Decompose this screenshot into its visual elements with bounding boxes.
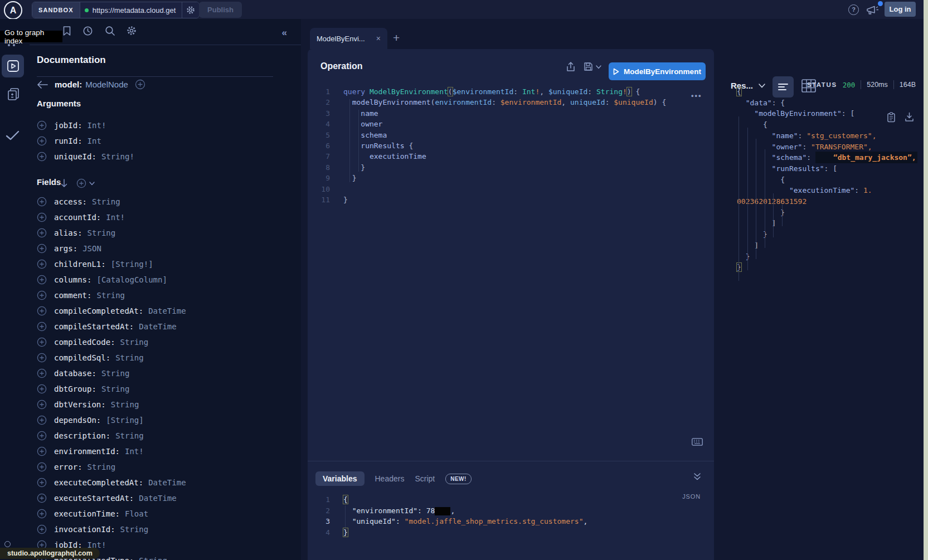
- add-argument-icon[interactable]: [37, 120, 47, 130]
- argument-type[interactable]: String!: [101, 152, 134, 161]
- sidebar-item-explorer[interactable]: [2, 55, 24, 77]
- add-tab-button[interactable]: +: [393, 31, 400, 45]
- sidebar-item-checks[interactable]: [6, 130, 20, 141]
- field-type[interactable]: String: [120, 525, 149, 534]
- field-type[interactable]: String: [101, 369, 130, 378]
- add-field-icon[interactable]: [37, 368, 47, 378]
- add-field-icon[interactable]: [37, 446, 47, 456]
- field-type[interactable]: Int!: [125, 447, 144, 456]
- field-type[interactable]: Int!: [106, 213, 125, 222]
- argument-type[interactable]: Int!: [88, 121, 106, 130]
- endpoint-settings-button[interactable]: [182, 2, 199, 18]
- field-name: dbtVersion: [54, 400, 106, 409]
- editor-overflow-menu[interactable]: •••: [691, 91, 702, 100]
- add-field-icon[interactable]: [37, 275, 47, 285]
- search-icon[interactable]: [105, 26, 115, 36]
- field-name: error: [54, 462, 82, 471]
- keyboard-shortcuts-icon[interactable]: [692, 438, 703, 446]
- add-field-icon[interactable]: [37, 478, 47, 488]
- add-field-icon[interactable]: [37, 415, 47, 425]
- play-icon: [613, 68, 619, 75]
- add-field-icon[interactable]: [37, 493, 47, 503]
- run-operation-button[interactable]: ModelByEnvironment: [609, 62, 706, 80]
- add-field-icon[interactable]: [37, 244, 47, 254]
- add-field-icon[interactable]: [135, 79, 145, 90]
- field-type[interactable]: DateTime: [148, 478, 186, 487]
- megaphone-icon: [866, 4, 879, 16]
- field-type[interactable]: String: [120, 338, 149, 347]
- add-field-icon[interactable]: [37, 524, 47, 534]
- operation-tab[interactable]: ModelByEnvi... ×: [310, 28, 387, 49]
- add-field-icon[interactable]: [37, 322, 47, 332]
- sidebar-item-schema[interactable]: [7, 87, 21, 101]
- add-field-icon[interactable]: [37, 462, 47, 472]
- field-type[interactable]: [String!]: [111, 260, 153, 269]
- history-icon[interactable]: [82, 26, 93, 36]
- save-icon[interactable]: [584, 62, 593, 71]
- tab-script[interactable]: Script: [415, 474, 435, 483]
- publish-button[interactable]: Publish: [199, 2, 242, 18]
- partial-bottom-icon[interactable]: [4, 541, 11, 547]
- field-type[interactable]: [String]: [106, 416, 143, 425]
- collapse-panel-icon[interactable]: «: [282, 27, 286, 38]
- add-field-icon[interactable]: [37, 228, 47, 238]
- add-field-icon[interactable]: [37, 353, 47, 363]
- doc-field-name: model:: [55, 80, 82, 89]
- share-icon[interactable]: [566, 62, 575, 72]
- field-type[interactable]: [CatalogColumn]: [96, 275, 167, 284]
- sort-arrow-icon[interactable]: [61, 179, 67, 188]
- field-type[interactable]: String: [115, 431, 144, 440]
- field-type[interactable]: JSON: [82, 244, 101, 253]
- tab-headers[interactable]: Headers: [375, 474, 405, 483]
- field-type[interactable]: String: [139, 556, 167, 560]
- add-field-icon[interactable]: [37, 384, 47, 394]
- add-all-fields-button[interactable]: [76, 178, 95, 188]
- field-type[interactable]: DateTime: [148, 306, 186, 315]
- variables-editor[interactable]: 1{2 "environmentId": 78,3 "uniqueId": "m…: [308, 494, 587, 538]
- add-argument-icon[interactable]: [37, 152, 47, 162]
- response-json-view[interactable]: { "data": { "modelByEnvironment": [ { "n…: [737, 86, 917, 273]
- field-name: executeCompletedAt: [54, 478, 143, 487]
- add-field-icon[interactable]: [37, 290, 47, 300]
- field-type[interactable]: String: [88, 462, 116, 471]
- add-field-icon[interactable]: [37, 212, 47, 222]
- argument-type[interactable]: Int: [88, 137, 101, 145]
- help-button[interactable]: ?: [848, 4, 859, 15]
- add-field-icon[interactable]: [37, 400, 47, 410]
- announcements-button[interactable]: [866, 4, 879, 16]
- field-type[interactable]: String: [115, 353, 144, 362]
- add-field-icon[interactable]: [37, 197, 47, 207]
- gear-icon: [186, 6, 195, 14]
- tab-variables[interactable]: Variables: [315, 471, 365, 486]
- add-field-icon[interactable]: [37, 259, 47, 269]
- field-row: executeStartedAt DateTime: [37, 490, 293, 506]
- back-arrow-icon[interactable]: [37, 80, 48, 89]
- operation-editor[interactable]: 1query ModelByEnvironment($environmentId…: [308, 86, 666, 205]
- save-options-chevron-icon[interactable]: [596, 65, 601, 69]
- field-type[interactable]: String: [101, 384, 130, 393]
- endpoint-url-input[interactable]: https://metadata.cloud.get: [80, 2, 182, 18]
- doc-toolbar: «: [30, 19, 301, 45]
- apollo-logo[interactable]: A: [4, 1, 22, 20]
- field-type[interactable]: DateTime: [139, 322, 176, 331]
- doc-type-link[interactable]: ModelNode: [85, 80, 128, 89]
- login-button[interactable]: Log in: [885, 2, 916, 17]
- collapse-variables-icon[interactable]: [693, 473, 701, 481]
- field-type[interactable]: Float: [125, 509, 148, 518]
- add-argument-icon[interactable]: [37, 136, 47, 146]
- field-type[interactable]: String: [88, 228, 116, 237]
- bookmark-icon[interactable]: [62, 26, 71, 36]
- add-field-icon[interactable]: [37, 509, 47, 519]
- field-type[interactable]: DateTime: [139, 494, 176, 503]
- add-field-icon[interactable]: [37, 306, 47, 316]
- field-name: executeStartedAt: [54, 494, 134, 503]
- code-line: 2 modelByEnvironment(environmentId: $env…: [308, 97, 666, 108]
- field-type[interactable]: String: [96, 291, 125, 300]
- settings-gear-icon[interactable]: [127, 26, 137, 36]
- add-field-icon[interactable]: [37, 337, 47, 347]
- field-row: columns [CatalogColumn]: [37, 272, 293, 288]
- add-field-icon[interactable]: [37, 431, 47, 441]
- field-type[interactable]: String: [111, 400, 139, 409]
- close-tab-icon[interactable]: ×: [376, 34, 381, 43]
- field-type[interactable]: String: [92, 197, 120, 206]
